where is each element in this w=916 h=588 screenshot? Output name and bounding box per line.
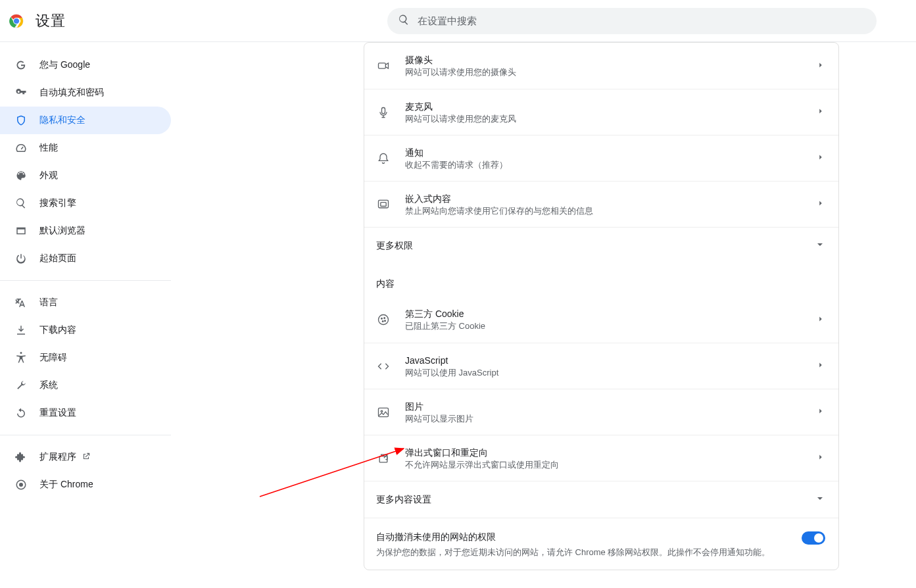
svg-point-13 — [381, 410, 383, 412]
sidebar-item-you-and-google[interactable]: 您与 Google — [0, 51, 171, 79]
chevron-right-icon — [816, 61, 825, 72]
more-content-label: 更多内容设置 — [376, 494, 815, 506]
row-subtitle: 网站可以显示图片 — [405, 413, 816, 425]
sidebar-item-label: 搜索引擎 — [39, 197, 76, 209]
chevron-right-icon — [816, 314, 825, 326]
autorevoke-row: 自动撤消未使用的网站的权限 为保护您的数据，对于您近期未访问的网站，请允许 Ch… — [364, 518, 838, 570]
page-title: 设置 — [36, 11, 65, 31]
code-icon — [376, 359, 391, 374]
row-subtitle: 网站可以使用 JavaScript — [405, 367, 816, 379]
palette-icon — [14, 169, 28, 182]
row-images[interactable]: 图片 网站可以显示图片 — [364, 389, 838, 435]
chevron-down-icon — [815, 239, 825, 252]
search-bar[interactable] — [387, 8, 877, 34]
autorevoke-toggle[interactable] — [802, 531, 825, 545]
row-title: 第三方 Cookie — [405, 307, 816, 320]
row-title: 摄像头 — [405, 53, 816, 66]
row-title: 嵌入式内容 — [405, 192, 816, 205]
chrome-outline-icon — [14, 478, 28, 491]
svg-point-7 — [379, 315, 389, 325]
svg-rect-3 — [379, 63, 386, 68]
row-subtitle: 网站可以请求使用您的麦克风 — [405, 113, 816, 125]
sidebar-item-default-browser[interactable]: 默认浏览器 — [0, 217, 171, 245]
sidebar-item-label: 无障碍 — [39, 352, 67, 364]
row-microphone[interactable]: 麦克风 网站可以请求使用您的麦克风 — [364, 89, 838, 135]
svg-point-8 — [381, 318, 383, 320]
key-icon — [14, 86, 28, 99]
reset-icon — [14, 406, 28, 420]
more-content-row[interactable]: 更多内容设置 — [364, 481, 838, 518]
row-subtitle: 不允许网站显示弹出式窗口或使用重定向 — [405, 459, 816, 471]
row-title: JavaScript — [405, 354, 816, 367]
topbar: 设置 — [0, 0, 916, 42]
power-icon — [14, 252, 28, 265]
more-permissions-row[interactable]: 更多权限 — [364, 227, 838, 264]
svg-point-9 — [384, 318, 385, 319]
wrench-icon — [14, 379, 28, 392]
sidebar-item-privacy[interactable]: 隐私和安全 — [0, 107, 171, 134]
sidebar-item-on-startup[interactable]: 起始页面 — [0, 245, 171, 272]
chevron-right-icon — [816, 406, 825, 418]
search-icon — [14, 197, 28, 210]
sidebar-divider — [0, 280, 171, 281]
row-subtitle: 已阻止第三方 Cookie — [405, 320, 816, 332]
svg-rect-6 — [381, 202, 386, 206]
autorevoke-subtitle: 为保护您的数据，对于您近期未访问的网站，请允许 Chrome 移除网站权限。此操… — [376, 546, 791, 559]
accessibility-icon — [14, 351, 28, 364]
sidebar-item-label: 扩展程序 — [39, 451, 76, 463]
svg-rect-4 — [382, 107, 385, 113]
sidebar-item-label: 性能 — [39, 142, 58, 154]
row-camera[interactable]: 摄像头 网站可以请求使用您的摄像头 — [364, 43, 838, 89]
sidebar-item-system[interactable]: 系统 — [0, 372, 171, 399]
sidebar-item-label: 下载内容 — [39, 324, 76, 336]
chevron-right-icon — [816, 107, 825, 118]
sidebar-item-search-engine[interactable]: 搜索引擎 — [0, 189, 171, 217]
svg-rect-5 — [379, 200, 389, 208]
row-popups[interactable]: 弹出式窗口和重定向 不允许网站显示弹出式窗口或使用重定向 — [364, 435, 838, 481]
sidebar-item-label: 系统 — [39, 380, 58, 391]
chevron-down-icon — [815, 493, 825, 506]
translate-icon — [14, 296, 28, 309]
sidebar-item-label: 关于 Chrome — [39, 479, 93, 491]
row-javascript[interactable]: JavaScript 网站可以使用 JavaScript — [364, 343, 838, 389]
row-title: 通知 — [405, 146, 816, 159]
row-subtitle: 收起不需要的请求（推荐） — [405, 159, 816, 171]
sidebar-item-languages[interactable]: 语言 — [0, 289, 171, 316]
sidebar-item-label: 起始页面 — [39, 253, 76, 264]
sidebar-item-accessibility[interactable]: 无障碍 — [0, 344, 171, 372]
row-notifications[interactable]: 通知 收起不需要的请求（推荐） — [364, 135, 838, 181]
sidebar-item-performance[interactable]: 性能 — [0, 134, 171, 162]
sidebar-item-about[interactable]: 关于 Chrome — [0, 471, 171, 499]
row-embedded[interactable]: 嵌入式内容 禁止网站向您请求使用它们保存的与您相关的信息 — [364, 181, 838, 227]
row-title: 图片 — [405, 400, 816, 413]
sidebar-item-autofill[interactable]: 自动填充和密码 — [0, 79, 171, 107]
sidebar-item-label: 外观 — [39, 170, 58, 182]
google-g-icon — [14, 59, 28, 72]
sidebar-item-label: 隐私和安全 — [39, 114, 85, 126]
sidebar-item-label: 自动填充和密码 — [39, 87, 104, 99]
popup-icon — [376, 451, 391, 466]
bell-icon — [376, 151, 391, 166]
sidebar-item-appearance[interactable]: 外观 — [0, 162, 171, 189]
sidebar: 您与 Google 自动填充和密码 隐私和安全 性能 外观 搜索引擎 默认浏览器 — [0, 42, 171, 588]
microphone-icon — [376, 105, 391, 120]
external-link-icon — [76, 452, 91, 463]
sidebar-item-extensions[interactable]: 扩展程序 — [0, 443, 171, 471]
svg-rect-12 — [379, 408, 389, 416]
browser-window-icon — [14, 224, 28, 237]
cookie-icon — [376, 312, 391, 327]
search-input[interactable] — [418, 15, 866, 26]
download-icon — [14, 324, 28, 337]
chrome-logo-icon — [9, 14, 24, 28]
autorevoke-title: 自动撤消未使用的网站的权限 — [376, 531, 791, 543]
shield-icon — [14, 114, 28, 127]
row-title: 弹出式窗口和重定向 — [405, 446, 816, 459]
embed-icon — [376, 197, 391, 212]
sidebar-item-downloads[interactable]: 下载内容 — [0, 316, 171, 344]
row-subtitle: 网站可以请求使用您的摄像头 — [405, 66, 816, 78]
row-cookies[interactable]: 第三方 Cookie 已阻止第三方 Cookie — [364, 297, 838, 343]
sidebar-item-reset[interactable]: 重置设置 — [0, 399, 171, 427]
sidebar-divider — [0, 435, 171, 435]
chevron-right-icon — [816, 199, 825, 210]
content-section-header: 内容 — [364, 264, 838, 297]
